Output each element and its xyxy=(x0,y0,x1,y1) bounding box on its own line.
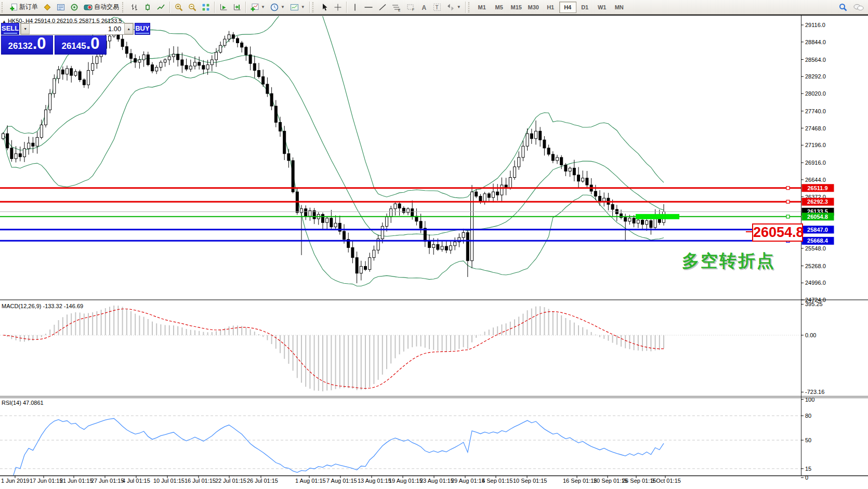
volume-input[interactable] xyxy=(30,23,124,34)
svg-text:27196.0: 27196.0 xyxy=(805,142,826,148)
timeframe-h4[interactable]: H4 xyxy=(559,2,576,13)
indicators-button[interactable]: ▼ xyxy=(248,1,268,14)
sell-price-main: 26132 xyxy=(8,41,32,54)
search-button[interactable] xyxy=(836,1,850,14)
svg-text:26292.3: 26292.3 xyxy=(807,199,828,205)
svg-text:17 Jun 01:15: 17 Jun 01:15 xyxy=(30,478,63,484)
svg-text:26916.0: 26916.0 xyxy=(805,160,826,166)
toolbar-grip[interactable] xyxy=(468,2,472,12)
timeframe-m5[interactable]: M5 xyxy=(491,2,508,13)
chart-shift-button[interactable] xyxy=(230,1,244,14)
svg-text:-723.16: -723.16 xyxy=(805,389,824,395)
svg-text:50: 50 xyxy=(805,437,811,443)
vertical-line-button[interactable] xyxy=(349,1,361,14)
text-label-icon: T xyxy=(433,3,441,11)
sell-price[interactable]: 26132 .0 xyxy=(1,35,53,55)
zoom-out-button[interactable] xyxy=(186,1,199,14)
svg-text:28564.0: 28564.0 xyxy=(805,57,826,63)
channel-button[interactable]: F xyxy=(404,1,418,14)
text-button[interactable]: A xyxy=(418,1,430,14)
market-watch-button[interactable] xyxy=(54,1,68,14)
svg-text:100: 100 xyxy=(805,397,814,403)
market-watch-icon xyxy=(57,3,65,11)
candlestick-button[interactable] xyxy=(141,1,154,14)
auto-scroll-icon xyxy=(219,3,228,11)
new-order-icon xyxy=(9,3,18,11)
crosshair-icon xyxy=(334,3,342,11)
timeframe-mn[interactable]: MN xyxy=(611,2,628,13)
zoom-in-button[interactable] xyxy=(172,1,186,14)
timeframe-d1[interactable]: D1 xyxy=(576,2,594,13)
cursor-button[interactable] xyxy=(318,1,331,14)
toolbar-separator xyxy=(346,2,347,13)
sell-button-label: SELL xyxy=(2,24,19,32)
chat-button[interactable] xyxy=(850,1,867,14)
buy-button[interactable]: BUY xyxy=(135,23,150,35)
svg-text:28292.0: 28292.0 xyxy=(805,73,826,80)
toolbar-grip[interactable] xyxy=(2,2,5,12)
turning-point-note[interactable]: 多空转折点 xyxy=(682,249,775,273)
autotrade-button[interactable]: 自动交易 xyxy=(81,1,122,14)
svg-text:28020.0: 28020.0 xyxy=(805,90,826,97)
tile-windows-button[interactable] xyxy=(199,1,213,14)
periods-icon xyxy=(270,3,279,11)
toolbar-grip[interactable] xyxy=(312,2,316,12)
svg-text:25548.0: 25548.0 xyxy=(805,245,826,252)
navigator-button[interactable] xyxy=(68,1,81,14)
svg-text:25268.0: 25268.0 xyxy=(805,263,826,269)
svg-text:4 Sep 01:15: 4 Sep 01:15 xyxy=(482,478,512,484)
crosshair-button[interactable] xyxy=(331,1,345,14)
svg-text:7 Aug 01:15: 7 Aug 01:15 xyxy=(326,478,357,484)
text-label-button[interactable]: T xyxy=(430,1,444,14)
price-callout-box[interactable]: 26054.8 xyxy=(752,223,803,242)
svg-text:1 Aug 01:15: 1 Aug 01:15 xyxy=(295,478,326,484)
svg-text:3 Oct 01:15: 3 Oct 01:15 xyxy=(651,478,681,484)
search-icon xyxy=(838,3,848,12)
toolbar-separator xyxy=(245,2,246,13)
arrows-button[interactable]: ▼ xyxy=(444,1,464,14)
timeframe-m30[interactable]: M30 xyxy=(525,2,542,13)
zoom-out-icon xyxy=(188,3,196,11)
sell-button[interactable]: SELL xyxy=(1,23,19,35)
callout-anchor xyxy=(746,231,752,232)
horizontal-line-button[interactable] xyxy=(361,1,376,14)
svg-text:A: A xyxy=(422,4,426,11)
svg-text:395.25: 395.25 xyxy=(805,301,823,307)
svg-text:28844.0: 28844.0 xyxy=(805,39,826,45)
svg-text:26 Jul 01:15: 26 Jul 01:15 xyxy=(247,478,278,484)
volume-decrease-button[interactable]: ▼ xyxy=(21,23,30,34)
line-chart-icon xyxy=(157,3,165,11)
new-order-button[interactable]: 新订单 xyxy=(7,1,41,14)
timeframe-h1[interactable]: H1 xyxy=(542,2,559,13)
candlestick-icon xyxy=(143,3,152,11)
svg-text:29 Aug 01:15: 29 Aug 01:15 xyxy=(451,478,485,484)
svg-text:24996.0: 24996.0 xyxy=(805,280,826,286)
line-chart-button[interactable] xyxy=(154,1,168,14)
templates-button[interactable]: ▼ xyxy=(287,1,308,14)
svg-text:T: T xyxy=(435,5,438,10)
timeframe-w1[interactable]: W1 xyxy=(594,2,611,13)
svg-text:23 Aug 01:15: 23 Aug 01:15 xyxy=(420,478,454,484)
arrow-up-icon: ▲ xyxy=(127,27,130,31)
timeframe-m15[interactable]: M15 xyxy=(508,2,525,13)
svg-text:27468.0: 27468.0 xyxy=(805,125,826,131)
auto-scroll-button[interactable] xyxy=(217,1,230,14)
svg-text:25847.0: 25847.0 xyxy=(807,227,828,233)
trendline-button[interactable] xyxy=(376,1,389,14)
svg-text:25668.4: 25668.4 xyxy=(807,237,828,244)
svg-text:22 Jul 01:15: 22 Jul 01:15 xyxy=(215,478,246,484)
buy-price[interactable]: 26145 .0 xyxy=(55,35,107,55)
charts-button[interactable] xyxy=(41,1,54,14)
tile-windows-icon xyxy=(202,3,210,11)
text-icon: A xyxy=(420,3,428,11)
bar-chart-button[interactable] xyxy=(127,1,141,14)
buy-button-label: BUY xyxy=(135,24,149,32)
periods-button[interactable]: ▼ xyxy=(268,1,287,14)
volume-group: ▼ ▲ xyxy=(20,23,134,35)
bar-chart-icon xyxy=(130,3,138,11)
toolbar-grip[interactable] xyxy=(122,2,126,12)
timeframe-m1[interactable]: M1 xyxy=(474,2,491,13)
volume-increase-button[interactable]: ▲ xyxy=(124,23,133,34)
fibonacci-button[interactable]: E xyxy=(389,1,404,14)
chevron-down-icon: ▼ xyxy=(261,5,265,9)
